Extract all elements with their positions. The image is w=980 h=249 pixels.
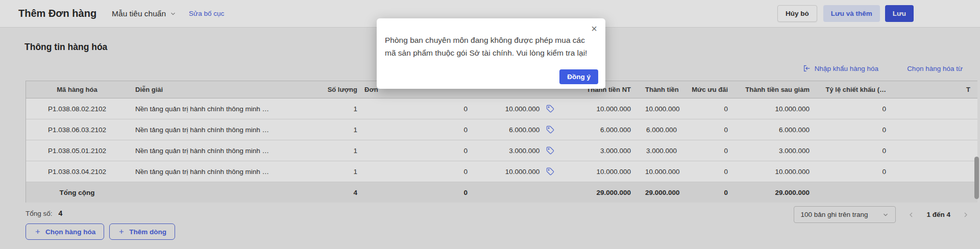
close-icon[interactable]: ×: [591, 23, 597, 34]
warning-dialog: × Phòng ban chuyên môn đang không được p…: [377, 18, 605, 89]
warning-message: Phòng ban chuyên môn đang không được phé…: [377, 18, 605, 59]
confirm-button[interactable]: Đồng ý: [559, 69, 598, 84]
warning-message-line2: mã sản phẩm thuộc gói Sở tài chính. Vui …: [385, 46, 592, 59]
warning-message-line1: Phòng ban chuyên môn đang không được phé…: [385, 34, 592, 46]
